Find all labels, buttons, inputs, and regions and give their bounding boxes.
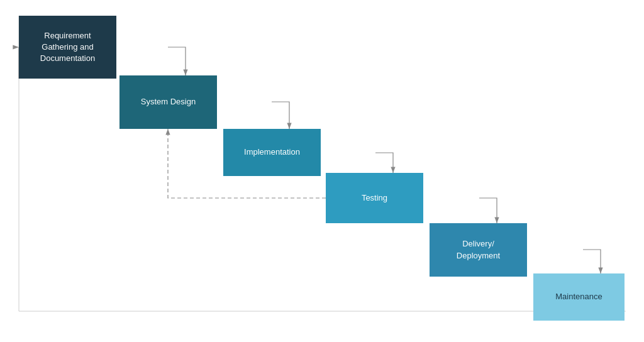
diagram: RequirementGathering andDocumentation Sy… — [0, 0, 644, 342]
box-implementation: Implementation — [223, 129, 321, 176]
box-testing: Testing — [326, 173, 423, 223]
box-maintenance: Maintenance — [533, 273, 625, 321]
box-system-design: System Design — [119, 75, 217, 129]
box-requirement: RequirementGathering andDocumentation — [19, 16, 116, 79]
box-deployment: Delivery/Deployment — [430, 223, 527, 277]
